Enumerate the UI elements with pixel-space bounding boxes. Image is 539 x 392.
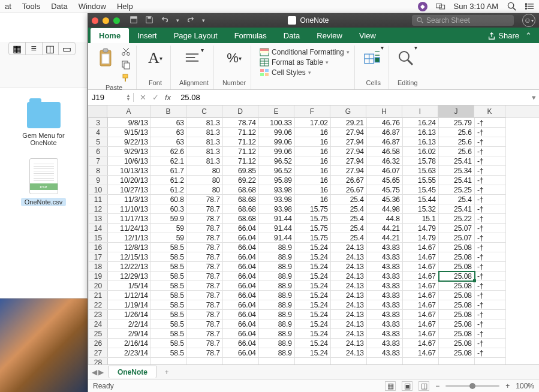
cell[interactable]: 91.44 — [259, 214, 295, 224]
row-header[interactable]: 10 — [89, 185, 108, 195]
column-header[interactable]: K — [474, 105, 505, 117]
cell[interactable]: 66.04 — [223, 348, 259, 358]
cell[interactable]: 25.08 — [439, 252, 475, 262]
cell[interactable]: -† — [475, 329, 506, 339]
feedback-icon[interactable]: ☺▾ — [522, 14, 535, 27]
cell[interactable]: 99.06 — [259, 128, 295, 137]
tab-data[interactable]: Data — [275, 28, 308, 43]
menu-item[interactable]: at — [5, 2, 11, 11]
cell[interactable]: 91.44 — [259, 233, 295, 243]
cell[interactable]: 45.75 — [367, 185, 403, 195]
cell[interactable]: 15.24 — [295, 339, 331, 348]
cell[interactable]: 12/1/13 — [108, 233, 151, 243]
cell[interactable]: -† — [475, 166, 506, 176]
zoom-level[interactable]: 100% — [516, 382, 534, 390]
cell[interactable]: -† — [475, 128, 506, 137]
cell[interactable]: 9/29/13 — [108, 147, 151, 156]
cell[interactable]: 24.13 — [331, 262, 367, 272]
cell[interactable]: 43.83 — [367, 310, 403, 319]
cell[interactable]: 25.4 — [331, 224, 367, 233]
cell[interactable]: 15.78 — [403, 156, 439, 166]
cell[interactable]: 25.41 — [439, 176, 475, 185]
window-controls[interactable] — [92, 17, 120, 24]
cell[interactable]: -† — [475, 204, 506, 214]
cell[interactable]: 66.04 — [223, 339, 259, 348]
cell[interactable]: 71.12 — [223, 128, 259, 137]
cell[interactable] — [475, 358, 506, 365]
cell[interactable]: 25.6 — [439, 137, 475, 147]
row-header[interactable]: 19 — [89, 272, 108, 281]
cell[interactable]: 81.3 — [187, 156, 223, 166]
cancel-icon[interactable]: ✕ — [140, 93, 146, 102]
cell[interactable]: 59 — [151, 233, 187, 243]
row-header[interactable]: 15 — [89, 233, 108, 243]
cell[interactable]: 78.7 — [187, 195, 223, 204]
cell[interactable]: 16 — [295, 128, 331, 137]
cell[interactable]: 66.04 — [223, 262, 259, 272]
cell[interactable]: 91.44 — [259, 224, 295, 233]
cell[interactable] — [439, 358, 475, 365]
column-header[interactable]: D — [222, 105, 258, 117]
cell[interactable]: 78.7 — [187, 243, 223, 252]
cell[interactable]: 10/20/13 — [108, 176, 151, 185]
cell[interactable]: 58.5 — [151, 252, 187, 262]
cell[interactable]: 11/10/13 — [108, 204, 151, 214]
column-header[interactable]: C — [186, 105, 222, 117]
cell[interactable]: 66.04 — [223, 243, 259, 252]
alignment-button[interactable]: ▾ — [183, 47, 204, 70]
cell[interactable]: 12/8/13 — [108, 243, 151, 252]
cell[interactable]: 25.08 — [439, 272, 475, 281]
cell[interactable]: 24.13 — [331, 319, 367, 329]
cell[interactable]: 15.45 — [403, 185, 439, 195]
fx-icon[interactable]: fx — [165, 93, 171, 102]
row-header[interactable]: 21 — [89, 291, 108, 300]
cell[interactable]: 58.5 — [151, 310, 187, 319]
cell[interactable]: -† — [475, 214, 506, 224]
cell[interactable]: 24.13 — [331, 300, 367, 310]
cell[interactable]: 14.67 — [403, 252, 439, 262]
cell[interactable]: 15.75 — [295, 214, 331, 224]
tab-review[interactable]: Review — [308, 28, 351, 43]
cell[interactable]: 25.07 — [439, 233, 475, 243]
cell[interactable]: 9/8/13 — [108, 118, 151, 128]
row-header[interactable]: 5 — [89, 137, 108, 147]
cell[interactable]: 58.5 — [151, 272, 187, 281]
cell[interactable]: 27.94 — [331, 166, 367, 176]
cell[interactable]: 27.94 — [331, 147, 367, 156]
sheet-tab[interactable]: OneNote — [109, 366, 156, 378]
cell[interactable]: 14.67 — [403, 348, 439, 358]
cell[interactable]: 44.8 — [367, 214, 403, 224]
cell[interactable]: -† — [475, 185, 506, 195]
cell[interactable]: 43.83 — [367, 329, 403, 339]
cell[interactable]: 45.36 — [367, 195, 403, 204]
cell[interactable]: 88.9 — [259, 243, 295, 252]
cell[interactable]: 1/19/14 — [108, 300, 151, 310]
cell[interactable]: 14.79 — [403, 224, 439, 233]
chevron-up-icon[interactable]: ⌃ — [525, 31, 532, 40]
cell[interactable]: 63 — [151, 118, 187, 128]
cell[interactable]: 46.07 — [367, 166, 403, 176]
page-layout-view-icon[interactable]: ▣ — [402, 381, 412, 391]
cell[interactable]: 66.04 — [223, 224, 259, 233]
normal-view-icon[interactable]: ▦ — [385, 381, 396, 391]
status-icon[interactable]: ◆ — [418, 2, 427, 11]
column-header[interactable]: J — [438, 105, 474, 117]
column-header[interactable]: B — [150, 105, 186, 117]
list-view-icon[interactable]: ≡ — [26, 43, 43, 55]
cell[interactable]: 11/24/13 — [108, 224, 151, 233]
close-icon[interactable] — [92, 17, 98, 24]
select-all-corner[interactable] — [88, 105, 107, 117]
column-header[interactable]: I — [402, 105, 438, 117]
cell[interactable]: 96.52 — [259, 156, 295, 166]
cell[interactable]: 1/12/14 — [108, 291, 151, 300]
cell[interactable]: 14.67 — [403, 319, 439, 329]
cell[interactable] — [259, 358, 295, 365]
cell[interactable]: -† — [475, 339, 506, 348]
tab-view[interactable]: View — [351, 28, 384, 43]
cell[interactable]: 25.4 — [331, 214, 367, 224]
cell[interactable]: 16 — [295, 176, 331, 185]
cell[interactable]: 9/22/13 — [108, 137, 151, 147]
cell[interactable]: 15.24 — [295, 243, 331, 252]
cell[interactable]: 27.94 — [331, 137, 367, 147]
cell[interactable]: 25.6 — [439, 147, 475, 156]
